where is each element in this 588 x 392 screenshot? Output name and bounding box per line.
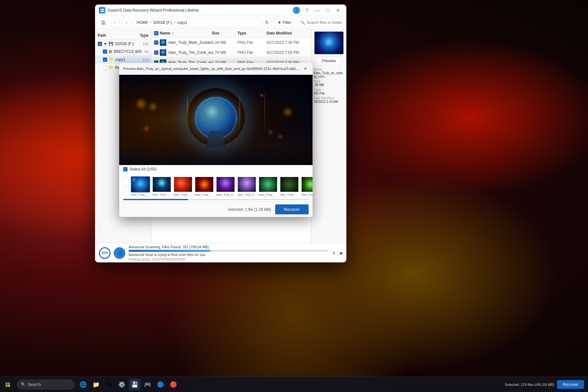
- filter-label: Filter: [283, 20, 291, 25]
- preview-modal: Preview Alan_Truly_an_optical_computer_t…: [119, 63, 313, 217]
- sidebar-item-recycle[interactable]: ✓ 🗑 $RECYCLE BIN 54: [95, 48, 151, 55]
- sidebar-item-copy1[interactable]: ✓ 📁 copy1 110: [95, 55, 151, 64]
- taskbar-app-folder[interactable]: 📁: [90, 379, 102, 390]
- app-title: EaseUS Data Recovery Wizard Professional…: [108, 8, 290, 13]
- table-row[interactable]: ✓ Alan_Truly_Mark_Zuckerberg_wears... 2.…: [151, 38, 311, 48]
- scan-progress: Advanced Scanning, Files Found: 351 (700…: [129, 245, 328, 261]
- taskbar-app-steam[interactable]: 🎮: [142, 379, 153, 390]
- preview-button[interactable]: Preview: [316, 57, 342, 65]
- drive-checkbox[interactable]: ✓: [98, 42, 102, 46]
- taskbar-app-store[interactable]: 🛍: [103, 379, 115, 390]
- thumb-item[interactable]: Alan_Truly_m...: [301, 176, 313, 196]
- thumb-scroll: [123, 199, 309, 200]
- sidebar-item-drive[interactable]: ✓ ▼ 💾 320GB (F:) 219: [95, 40, 151, 48]
- thumb-checkbox[interactable]: ✓: [132, 178, 136, 181]
- thumb-label9: Alan_Truly_m...: [301, 193, 313, 196]
- copy1-count: 110: [143, 58, 149, 62]
- preview-info: Name Alan_Truly_an_optical_com... Size .…: [314, 68, 344, 103]
- home-button[interactable]: 🏠: [99, 18, 108, 27]
- taskbar-app-easeus[interactable]: 💾: [129, 379, 140, 390]
- recycle-checkbox[interactable]: ✓: [103, 49, 107, 54]
- scan-files-found: Advanced Scanning, Files Found: 351 (700…: [129, 245, 328, 249]
- thumb-scroll-fill: [123, 199, 188, 200]
- close-button[interactable]: ✕: [333, 6, 342, 15]
- thumb-label8: Alan_Truly_m...: [280, 193, 299, 196]
- maximize-button[interactable]: □: [323, 6, 332, 15]
- thumb-prev-button[interactable]: ‹: [122, 177, 129, 196]
- table-row[interactable]: ✓ Alan_Truly_Tim_Cook_wears_slim_V... 1.…: [151, 48, 311, 58]
- thumb-img8[interactable]: [280, 176, 299, 192]
- taskbar: 🔍 Search 🌐 📁 🛍 ⚙️ 💾 🎮 🔵 🔴 Selected: 219 …: [0, 377, 588, 392]
- thumb-strip: ‹ ✓ Alan_Truly_a... Alan_Truly_a... Alan…: [119, 174, 313, 199]
- row1-type: PNG File: [237, 40, 266, 45]
- thumb-img6[interactable]: [237, 176, 256, 192]
- back-button[interactable]: ←: [111, 18, 120, 27]
- thumb-item[interactable]: ✓ Alan_Truly_a...: [131, 176, 150, 196]
- globe-scene: [119, 75, 313, 165]
- thumb-img5[interactable]: [216, 176, 235, 192]
- thumb-item[interactable]: Alan_Truly_m...: [280, 176, 299, 196]
- avatar-icon[interactable]: 👤: [293, 7, 300, 14]
- thumb-img9[interactable]: [301, 176, 313, 192]
- taskbar-search-box[interactable]: 🔍 Search: [17, 379, 75, 390]
- thumb-item[interactable]: Alan_Truly_fi...: [216, 176, 235, 196]
- svg-rect-2: [101, 11, 102, 11]
- recycle-count: 54: [145, 50, 149, 54]
- taskbar-recover-button[interactable]: Recover: [557, 380, 584, 389]
- search-input[interactable]: [306, 20, 342, 25]
- drive-icon: 💾: [109, 42, 113, 46]
- taskbar-right: Selected: 219 files (491.69 MB) Recover: [505, 380, 588, 389]
- breadcrumb-folder[interactable]: copy1: [177, 20, 187, 25]
- pause-button[interactable]: II: [333, 250, 335, 256]
- row2-checkbox[interactable]: ✓: [154, 50, 159, 55]
- modal-select-all-checkbox[interactable]: ✓: [123, 167, 128, 172]
- breadcrumb-home[interactable]: HOME: [137, 20, 148, 25]
- thumb-item[interactable]: Alan_Truly_a...: [173, 176, 193, 196]
- modal-title: Preview Alan_Truly_an_optical_computer_t…: [123, 67, 301, 71]
- row1-size: 2.09 MB: [212, 40, 237, 45]
- modal-close-button[interactable]: ✕: [302, 65, 309, 72]
- bokeh1: [148, 102, 158, 112]
- thumb-img3[interactable]: [173, 176, 193, 192]
- help-button[interactable]: ?: [303, 6, 312, 15]
- taskbar-app-settings[interactable]: ⚙️: [116, 379, 128, 390]
- up-button[interactable]: ↑: [122, 18, 131, 27]
- stop-button[interactable]: ■: [340, 250, 342, 256]
- modal-select-all: ✓ Select All (1/55): [119, 165, 313, 174]
- thumb-img2[interactable]: [152, 176, 171, 192]
- thumb-item[interactable]: Alan_Truly_a...: [195, 176, 214, 196]
- svg-rect-11: [8, 382, 10, 385]
- copy1-checkbox[interactable]: ✓: [103, 57, 107, 62]
- thumb-img7[interactable]: [258, 176, 278, 192]
- thumb-item[interactable]: Alan_Truly_a...: [152, 176, 171, 196]
- col-type-header: Type: [237, 31, 266, 35]
- breadcrumb-drive[interactable]: 320GB (F:): [153, 20, 172, 25]
- progress-fill: [129, 250, 210, 252]
- toolbar: 🏠 ← ↑ HOME > 320GB (F:) > copy1 ☰ ▼ Filt…: [95, 16, 346, 29]
- thumb-item[interactable]: Alan_Truly_fi...: [237, 176, 256, 196]
- svg-rect-1: [101, 10, 103, 10]
- menu-button[interactable]: ☰: [262, 18, 271, 27]
- recover-button[interactable]: Recover: [275, 204, 309, 214]
- filter-button[interactable]: ▼ Filter: [274, 18, 295, 27]
- preview-filename: Alan_Truly_an_optical_com...: [314, 71, 344, 78]
- start-button[interactable]: [0, 377, 15, 392]
- reconstructed-checkbox[interactable]: ✓: [103, 65, 107, 70]
- row2-thumb: [160, 49, 166, 56]
- scan-subtext: Reading sector: 321437696/625142448: [129, 258, 328, 261]
- thumb-img4[interactable]: [195, 176, 214, 192]
- minimize-button[interactable]: —: [313, 6, 322, 15]
- thumb-item[interactable]: Alan_Truly_m...: [258, 176, 278, 196]
- scan-percent: 41%: [99, 247, 111, 259]
- windows-logo-icon: [5, 382, 10, 387]
- search-box[interactable]: 🔍: [297, 18, 342, 27]
- modal-bottom: Selected: 1 file (1.28 MB) Recover: [119, 201, 313, 217]
- taskbar-app-edge[interactable]: 🌐: [77, 379, 89, 390]
- thumb-active[interactable]: ✓: [131, 176, 150, 192]
- select-all-checkbox[interactable]: ✓: [154, 31, 159, 35]
- breadcrumb-sep2: >: [173, 20, 176, 25]
- thumb-label2: Alan_Truly_a...: [152, 193, 171, 196]
- taskbar-app-chrome[interactable]: 🔵: [155, 379, 166, 390]
- taskbar-app-red[interactable]: 🔴: [168, 379, 179, 390]
- row1-checkbox[interactable]: ✓: [154, 40, 159, 45]
